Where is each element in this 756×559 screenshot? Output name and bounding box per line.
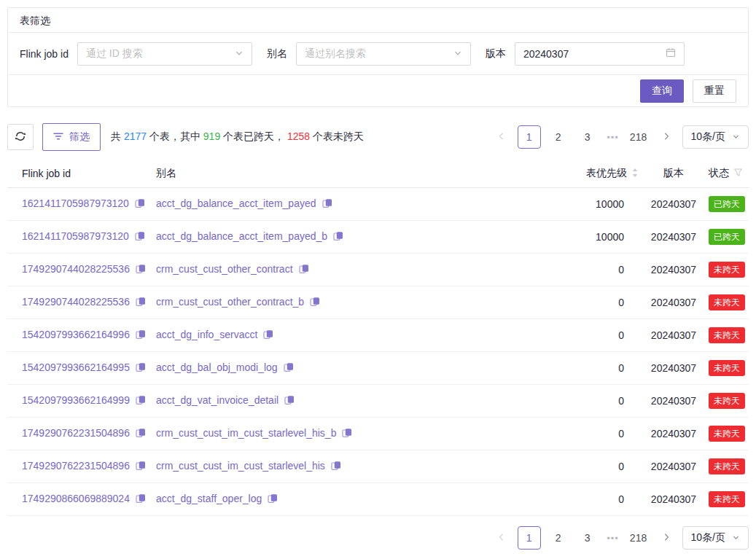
- next-page-button[interactable]: [656, 526, 677, 550]
- table-row: 1542097993662164999 acct_dg_vat_invoice_…: [7, 385, 749, 418]
- flink-job-id-link[interactable]: 1749290762231504896: [22, 427, 130, 439]
- copy-icon[interactable]: [310, 297, 320, 309]
- filter-card-title: 表筛选: [8, 8, 748, 33]
- copy-icon[interactable]: [342, 428, 352, 440]
- table-header-row: Flink job id 别名 表优先级 版本: [7, 160, 749, 188]
- data-table: Flink job id 别名 表优先级 版本: [7, 160, 749, 516]
- search-button[interactable]: 查询: [640, 79, 684, 103]
- column-header-alias: 别名: [150, 160, 535, 188]
- flink-job-id-link[interactable]: 1749290866069889024: [22, 493, 130, 504]
- flink-job-id-link[interactable]: 1749290744028225536: [22, 296, 130, 308]
- copy-icon[interactable]: [331, 461, 341, 473]
- page-size-select[interactable]: 10条/页: [682, 526, 749, 550]
- priority-cell: 0: [535, 286, 644, 319]
- version-date-value: 20240307: [523, 48, 569, 60]
- page-button-last[interactable]: 218: [627, 526, 650, 550]
- table-row: 1621411705987973120 acct_dg_balance_acct…: [7, 188, 749, 221]
- flink-job-id-link[interactable]: 1749290762231504896: [22, 460, 130, 472]
- prev-page-button[interactable]: [491, 125, 512, 149]
- copy-icon[interactable]: [135, 231, 145, 243]
- copy-icon[interactable]: [322, 198, 332, 211]
- sorter-icon[interactable]: [631, 168, 639, 180]
- alias-select[interactable]: 通过别名搜索: [296, 42, 471, 66]
- copy-icon[interactable]: [136, 362, 146, 375]
- chevron-down-icon: [453, 47, 462, 60]
- filter-card: 表筛选 Flink job id 通过 ID 搜索 别名 通过别名搜索 版本 2…: [7, 7, 749, 107]
- column-header-priority[interactable]: 表优先级: [535, 160, 644, 188]
- page-size-select[interactable]: 10条/页: [682, 125, 749, 149]
- alias-link[interactable]: acct_dg_balance_acct_item_payed: [156, 198, 316, 209]
- filter-toggle-button[interactable]: 筛选: [42, 123, 101, 151]
- alias-link[interactable]: crm_cust_cust_im_cust_starlevel_his_b: [156, 427, 336, 439]
- priority-cell: 0: [535, 418, 644, 450]
- pagination-ellipsis[interactable]: •••: [605, 533, 621, 544]
- flink-job-id-link[interactable]: 1621411705987973120: [22, 198, 129, 209]
- table-toolbar: 筛选 共 2177 个表，其中 919 个表已跨天， 1258 个表未跨天 1 …: [7, 123, 749, 151]
- flink-job-id-link[interactable]: 1542097993662164995: [22, 361, 130, 373]
- prev-page-button[interactable]: [491, 526, 512, 550]
- chevron-left-icon: [497, 533, 506, 544]
- copy-icon[interactable]: [136, 395, 146, 407]
- page-button-1[interactable]: 1: [518, 125, 541, 149]
- page-button-last[interactable]: 218: [627, 125, 650, 149]
- version-cell: 20240307: [644, 352, 703, 385]
- reset-button[interactable]: 重置: [693, 79, 736, 103]
- alias-link[interactable]: acct_dg_info_servacct: [156, 329, 257, 340]
- alias-link[interactable]: crm_cust_cust_im_cust_starlevel_his: [156, 460, 325, 472]
- refresh-icon: [15, 130, 26, 144]
- column-header-status[interactable]: 状态: [703, 160, 749, 188]
- copy-icon[interactable]: [136, 329, 146, 342]
- alias-link[interactable]: crm_cust_cust_other_contract_b: [156, 296, 304, 308]
- version-cell: 20240307: [644, 254, 703, 286]
- table-row: 1542097993662164995 acct_dg_bal_obj_modi…: [7, 352, 749, 385]
- flink-job-id-link[interactable]: 1749290744028225536: [22, 263, 130, 275]
- copy-icon[interactable]: [136, 493, 146, 506]
- priority-cell: 0: [535, 483, 644, 516]
- copy-icon[interactable]: [136, 297, 146, 309]
- version-cell: 20240307: [644, 385, 703, 418]
- copy-icon[interactable]: [136, 264, 146, 276]
- alias-link[interactable]: acct_dg_bal_obj_modi_log: [156, 361, 278, 373]
- alias-link[interactable]: acct_dg_vat_invoice_detail: [156, 394, 278, 406]
- pagination-ellipsis[interactable]: •••: [605, 132, 621, 143]
- page-button-1[interactable]: 1: [518, 526, 541, 550]
- version-date-input[interactable]: 20240307: [515, 42, 685, 66]
- copy-icon[interactable]: [136, 461, 146, 473]
- version-cell: 20240307: [644, 319, 703, 352]
- page-button-2[interactable]: 2: [547, 125, 570, 149]
- status-badge: 未跨天: [709, 262, 745, 278]
- copy-icon[interactable]: [263, 329, 273, 342]
- refresh-button[interactable]: [7, 124, 34, 150]
- copy-icon[interactable]: [333, 231, 343, 243]
- alias-link[interactable]: crm_cust_cust_other_contract: [156, 263, 293, 275]
- alias-link[interactable]: acct_dg_balance_acct_item_payed_b: [156, 230, 327, 242]
- chevron-left-icon: [497, 132, 506, 143]
- funnel-icon[interactable]: [733, 168, 743, 179]
- flink-job-id-link[interactable]: 1542097993662164999: [22, 394, 130, 406]
- priority-cell: 10000: [535, 221, 644, 254]
- page-button-2[interactable]: 2: [547, 526, 570, 550]
- table-row: 1749290762231504896 crm_cust_cust_im_cus…: [7, 418, 749, 450]
- alias-link[interactable]: acct_dg_staff_oper_log: [156, 493, 262, 504]
- copy-icon[interactable]: [284, 362, 294, 375]
- status-badge: 未跨天: [709, 491, 745, 507]
- table-row: 1749290744028225536 crm_cust_cust_other_…: [7, 286, 749, 319]
- chevron-down-icon: [732, 532, 740, 544]
- priority-cell: 0: [535, 352, 644, 385]
- page-size-value: 10条/页: [691, 531, 725, 544]
- copy-icon[interactable]: [299, 264, 309, 276]
- alias-placeholder: 通过别名搜索: [305, 47, 366, 60]
- flink-job-id-select[interactable]: 通过 ID 搜索: [77, 42, 252, 66]
- copy-icon[interactable]: [284, 395, 295, 407]
- page-button-3[interactable]: 3: [576, 125, 599, 149]
- copy-icon[interactable]: [136, 428, 146, 440]
- copy-icon[interactable]: [135, 198, 145, 211]
- flink-job-id-link[interactable]: 1621411705987973120: [22, 230, 129, 242]
- copy-icon[interactable]: [268, 493, 278, 506]
- chevron-right-icon: [662, 533, 671, 544]
- crossed-count: 919: [203, 130, 220, 142]
- next-page-button[interactable]: [656, 125, 677, 149]
- total-count: 2177: [124, 130, 147, 142]
- flink-job-id-link[interactable]: 1542097993662164996: [22, 329, 130, 340]
- page-button-3[interactable]: 3: [576, 526, 599, 550]
